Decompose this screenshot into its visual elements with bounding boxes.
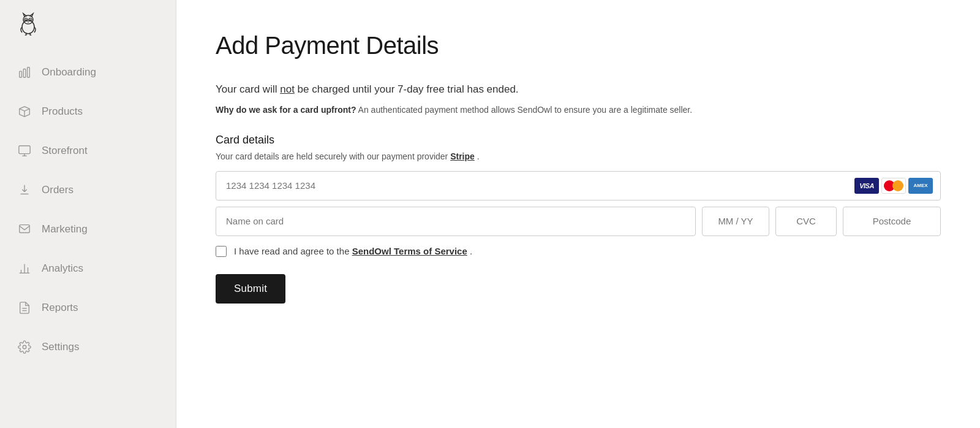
mastercard-icon <box>881 178 906 194</box>
sidebar-item-orders[interactable]: Orders <box>0 170 176 210</box>
expiry-input[interactable] <box>703 207 769 235</box>
sidebar-item-label: Settings <box>42 341 79 353</box>
card-icons: VISA AMEX <box>854 178 940 194</box>
sidebar-item-products[interactable]: Products <box>0 92 176 131</box>
terms-label: I have read and agree to the SendOwl Ter… <box>234 246 472 256</box>
postcode-input[interactable] <box>843 207 940 235</box>
card-details-title: Card details <box>216 134 941 147</box>
download-icon <box>17 183 32 197</box>
chart-bar-icon <box>17 65 32 80</box>
postcode-wrap <box>843 207 941 236</box>
name-on-card-input[interactable] <box>216 207 695 235</box>
svg-rect-16 <box>28 67 30 78</box>
svg-point-7 <box>26 19 27 20</box>
box-icon <box>17 104 32 119</box>
message-icon <box>17 222 32 237</box>
amex-icon: AMEX <box>908 178 933 194</box>
sidebar-item-label: Orders <box>42 184 74 196</box>
terms-link[interactable]: SendOwl Terms of Service <box>352 246 467 256</box>
sidebar-item-marketing[interactable]: Marketing <box>0 210 176 249</box>
visa-icon: VISA <box>854 178 879 194</box>
submit-button[interactable]: Submit <box>216 274 285 304</box>
sidebar-item-label: Storefront <box>42 145 88 157</box>
terms-checkbox[interactable] <box>216 246 227 257</box>
trial-notice: Your card will not be charged until your… <box>216 82 941 97</box>
sidebar-item-reports[interactable]: Reports <box>0 288 176 327</box>
sidebar-item-label: Analytics <box>42 262 83 275</box>
expiry-wrap <box>702 207 769 236</box>
sidebar-nav: Onboarding Products Storefront Orders Ma <box>0 53 176 367</box>
svg-rect-21 <box>20 225 30 233</box>
sidebar-item-label: Onboarding <box>42 66 96 78</box>
bar-chart-icon <box>17 261 32 276</box>
sidebar-item-onboarding[interactable]: Onboarding <box>0 53 176 92</box>
sidebar-item-label: Marketing <box>42 223 88 235</box>
svg-rect-15 <box>23 69 26 78</box>
cvc-input[interactable] <box>776 207 836 235</box>
gear-icon <box>17 340 32 354</box>
logo-area <box>0 0 176 48</box>
owl-logo-icon <box>15 11 42 38</box>
cvc-wrap <box>775 207 837 236</box>
sidebar-item-label: Products <box>42 105 83 118</box>
card-number-input[interactable] <box>216 172 854 200</box>
file-icon <box>17 300 32 315</box>
monitor-icon <box>17 143 32 158</box>
stripe-notice: Your card details are held securely with… <box>216 151 941 161</box>
sidebar-item-settings[interactable]: Settings <box>0 327 176 367</box>
terms-row: I have read and agree to the SendOwl Ter… <box>216 246 941 257</box>
sidebar-item-storefront[interactable]: Storefront <box>0 131 176 170</box>
why-text: Why do we ask for a card upfront? An aut… <box>216 104 941 117</box>
svg-point-8 <box>30 19 31 20</box>
name-input-wrap <box>216 207 696 236</box>
page-title: Add Payment Details <box>216 32 941 59</box>
card-details-row <box>216 207 941 236</box>
svg-rect-18 <box>19 146 30 154</box>
stripe-link[interactable]: Stripe <box>450 151 475 161</box>
sidebar-item-label: Reports <box>42 302 78 314</box>
sidebar-item-analytics[interactable]: Analytics <box>0 249 176 288</box>
svg-rect-14 <box>20 71 22 77</box>
svg-point-28 <box>23 345 26 349</box>
sidebar: Onboarding Products Storefront Orders Ma <box>0 0 176 428</box>
card-number-row: VISA AMEX <box>216 171 941 201</box>
main-content: Add Payment Details Your card will not b… <box>176 0 980 428</box>
